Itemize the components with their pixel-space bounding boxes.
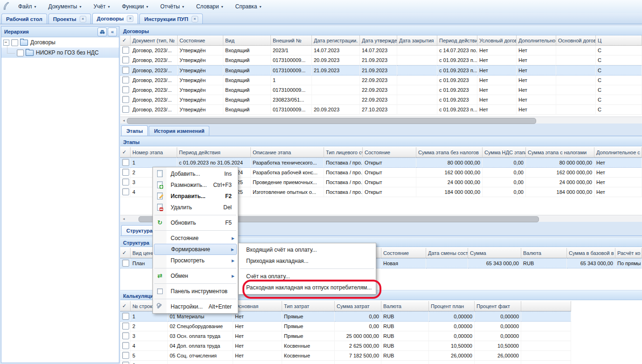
row-checkbox[interactable] — [122, 96, 129, 103]
column-header[interactable]: Тип лицевого счёт — [324, 147, 363, 158]
column-header[interactable]: Дата регистрации. — [312, 35, 360, 46]
row-checkbox[interactable] — [122, 159, 129, 166]
table-row[interactable]: 404 Доп. оплата трудаНетКосвенные2 625 0… — [120, 341, 571, 351]
menu-item-vhodyashchiy-schet-na-oplatu[interactable]: Входящий счёт на оплату... — [239, 244, 376, 255]
column-header[interactable]: Сумма этапа без налогов — [416, 147, 483, 158]
menubar-item-dokumenty[interactable]: Документы▾ — [42, 1, 88, 12]
menubar-item-uchet[interactable]: Учёт▾ — [87, 1, 116, 12]
menu-item-sostoyanie[interactable]: Состояние▶ — [153, 233, 238, 244]
close-icon[interactable]: ✕ — [80, 16, 86, 22]
collapse-expander-icon[interactable] — [3, 40, 9, 46]
row-checkbox[interactable] — [122, 352, 129, 359]
menu-item-formirovanie[interactable]: Формирование▶ — [154, 244, 237, 255]
column-header[interactable]: Состояние — [363, 147, 416, 158]
row-checkbox[interactable] — [122, 56, 129, 63]
column-header[interactable]: Номер этапа — [131, 147, 177, 158]
menu-item-udalit[interactable]: УдалитьDel — [153, 202, 238, 213]
column-header[interactable]: Дата смены состо — [426, 248, 468, 258]
column-header[interactable]: Дата утверждения — [360, 35, 397, 46]
table-row[interactable]: 505 Соц. отчисленияНетКосвенные7 182 500… — [120, 351, 571, 361]
table-row[interactable]: Договор, 2023/...УтверждёнВходящий230823… — [120, 95, 642, 105]
check-column-header[interactable]: ✓ — [120, 35, 131, 46]
table-row[interactable]: Договор, 2023/...УтверждёнВходящий017310… — [120, 105, 642, 115]
column-header[interactable]: Дата закрытия — [397, 35, 437, 46]
table-row[interactable]: 1с 01.09.2023 по 31.05.2024Разработка те… — [120, 158, 642, 168]
column-header[interactable]: Дополнительное с — [517, 35, 556, 46]
table-row[interactable]: Договор, 2023/...УтверждёнВходящий122.09… — [120, 76, 642, 85]
tab-etapy[interactable]: Этапы — [121, 125, 148, 136]
column-header[interactable]: Вид — [223, 35, 271, 46]
row-checkbox[interactable] — [122, 179, 129, 185]
column-header[interactable]: Валюта — [381, 301, 429, 311]
tab-istoriya-izmeneniy[interactable]: История изменений — [149, 126, 209, 136]
menubar-item-spravka[interactable]: Справка▾ — [229, 1, 267, 12]
row-checkbox[interactable] — [122, 332, 129, 339]
column-header[interactable]: Сумма затрат — [335, 301, 381, 311]
menu-item-panel-instrumentov[interactable]: Панель инструментов — [153, 286, 238, 297]
scrollbar-thumb[interactable] — [127, 118, 536, 124]
tab-dogovory[interactable]: Договоры✕ — [92, 13, 138, 24]
column-header[interactable]: Основная — [233, 301, 282, 311]
column-header[interactable]: Состояние — [381, 248, 426, 258]
table-row[interactable]: 6 — [120, 361, 571, 364]
tab-instrukcii-pup[interactable]: Инструкции ПУП✕ — [139, 14, 202, 24]
column-header[interactable]: Состояние — [178, 35, 223, 46]
row-checkbox[interactable] — [122, 313, 129, 320]
column-header[interactable]: Ц — [596, 35, 642, 46]
tab-rabochiy-stol[interactable]: Рабочий стол — [1, 14, 47, 24]
close-icon[interactable]: ✕ — [192, 16, 198, 22]
contracts-hscrollbar[interactable]: ◂ — [120, 117, 642, 124]
table-row[interactable]: Договор, 2023/...УтверждёнВходящий017310… — [120, 85, 642, 95]
check-column-header[interactable]: ✓ — [120, 248, 131, 258]
menu-item-razmnozhit[interactable]: Размножить...Ctrl+F3 — [153, 179, 238, 191]
row-checkbox[interactable] — [122, 260, 129, 267]
tree-item[interactable]: Договоры — [1, 37, 119, 48]
table-row[interactable]: Договор, 2023/...УтверждёнВходящий017310… — [120, 65, 642, 76]
tab-proekty[interactable]: Проекты✕ — [48, 14, 91, 24]
menubar-item-otchety[interactable]: Отчёты▾ — [154, 1, 190, 12]
scroll-left-icon[interactable]: ◂ — [120, 117, 127, 124]
table-row[interactable]: Договор, 2023/...УтверждёнВходящий2023/1… — [120, 46, 642, 55]
close-icon[interactable]: ✕ — [127, 15, 133, 22]
row-checkbox[interactable] — [122, 342, 129, 349]
column-header[interactable]: Сумма в базовой в — [567, 248, 615, 258]
menu-item-obmen[interactable]: ⇄Обмен▶ — [153, 270, 238, 282]
column-header[interactable]: Документ (тип, № — [131, 35, 178, 46]
menu-item-prosmotret[interactable]: Просмотреть▶ — [153, 255, 238, 266]
scroll-left-icon[interactable]: ◂ — [120, 216, 127, 222]
row-checkbox[interactable] — [122, 169, 129, 176]
check-column-header[interactable]: ✓ — [120, 147, 131, 158]
column-header[interactable]: Сумма — [468, 248, 521, 258]
column-header[interactable]: Дополнительное с — [594, 147, 642, 158]
menubar-item-funkcii[interactable]: Функции▾ — [116, 1, 154, 12]
table-row[interactable]: 202 СпецоборудованиеНетПрямые0,00RUB0,00… — [120, 322, 571, 331]
menu-item-ispravit[interactable]: Исправить...F2 — [153, 191, 238, 202]
menu-item-nastroyki[interactable]: Настройки...Alt+Enter — [153, 301, 238, 312]
menu-item-obnovit[interactable]: ↻ОбновитьF5 — [153, 217, 238, 228]
menubar-item-fail[interactable]: Файл▾ — [12, 1, 42, 12]
row-checkbox[interactable] — [122, 362, 129, 364]
row-checkbox[interactable] — [122, 86, 129, 93]
tree-search-button[interactable] — [97, 27, 107, 36]
column-header[interactable]: Период действия.. — [437, 35, 477, 46]
table-row[interactable]: 303 Осн. оплата трудаНетПрямые25 000 000… — [120, 331, 571, 341]
column-header[interactable]: Валюта — [521, 248, 567, 258]
menu-item-prihodnaya-nakladnaya[interactable]: Приходная накладная... — [239, 255, 376, 267]
menubar-item-slovari[interactable]: Словари▾ — [190, 1, 229, 12]
row-checkbox[interactable] — [122, 323, 129, 330]
tree-item[interactable]: НИОКР по ГОЗ без НДС — [1, 48, 119, 58]
row-checkbox[interactable] — [122, 47, 129, 54]
column-header[interactable]: Сумма НДС этапа — [483, 147, 526, 158]
column-header[interactable]: Тип затрат — [282, 301, 335, 311]
tree-checkbox[interactable] — [17, 49, 24, 56]
table-row[interactable]: Договор, 2023/...УтверждёнВходящий017310… — [120, 55, 642, 65]
column-header[interactable]: Период действия — [177, 147, 251, 158]
row-checkbox[interactable] — [122, 76, 129, 83]
row-checkbox[interactable] — [122, 188, 129, 195]
row-checkbox[interactable] — [122, 67, 129, 74]
row-checkbox[interactable] — [122, 106, 129, 113]
column-header[interactable]: Условный договор — [477, 35, 517, 46]
column-header[interactable]: Расчёт ко — [615, 248, 642, 258]
check-column-header[interactable]: ✓ — [120, 301, 131, 311]
column-header[interactable]: Основной договор — [556, 35, 596, 46]
